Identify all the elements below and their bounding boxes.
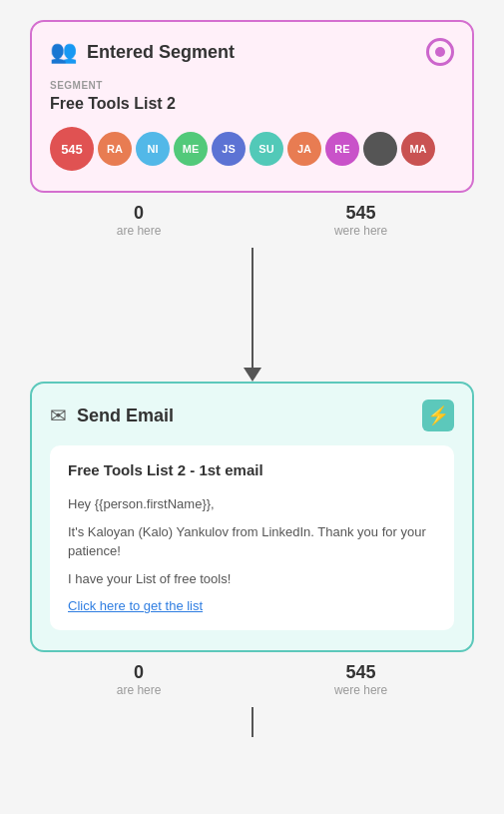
- avatar-js: JS: [212, 132, 246, 166]
- email-envelope-icon: ✉: [50, 404, 67, 427]
- avatars-row: 545 RA NI ME JS SU JA RE MA: [50, 127, 454, 171]
- email-body-line1: Hey {{person.firstName}},: [68, 494, 436, 514]
- segment-card-title: Entered Segment: [87, 42, 235, 63]
- segment-are-here-count: 0: [134, 203, 144, 224]
- people-icon: 👥: [50, 39, 77, 65]
- segment-stats-row: 0 are here 545 were here: [30, 193, 474, 244]
- email-were-here-label: were here: [334, 683, 387, 697]
- segment-card: 👥 Entered Segment SEGMENT Free Tools Lis…: [30, 20, 474, 193]
- bottom-connector-line: [252, 707, 253, 737]
- email-header-left: ✉ Send Email: [50, 404, 174, 427]
- email-card-title: Send Email: [77, 406, 174, 426]
- avatar-ra: RA: [98, 132, 132, 166]
- target-icon: [426, 38, 454, 66]
- avatar-count-badge: 545: [50, 127, 94, 171]
- segment-were-here-stat: 545 were here: [334, 203, 387, 238]
- email-were-here-stat: 545 were here: [334, 662, 387, 697]
- email-body-line2: It's Kaloyan (Kalo) Yankulov from Linked…: [68, 522, 436, 561]
- avatar-ni: NI: [136, 132, 170, 166]
- avatar-ja: JA: [287, 132, 321, 166]
- email-are-here-count: 0: [134, 662, 144, 683]
- email-are-here-stat: 0 are here: [117, 662, 162, 697]
- email-subject: Free Tools List 2 - 1st email: [68, 461, 436, 478]
- arrow-head: [244, 368, 261, 382]
- segment-name: Free Tools List 2: [50, 95, 454, 113]
- arrow-line: [252, 248, 253, 368]
- avatar-re: RE: [325, 132, 359, 166]
- lightning-button[interactable]: ⚡: [422, 400, 454, 431]
- segment-card-header: 👥 Entered Segment: [50, 38, 454, 66]
- email-link[interactable]: Click here to get the list: [68, 598, 203, 613]
- email-were-here-count: 545: [346, 662, 376, 683]
- email-are-here-label: are here: [117, 683, 162, 697]
- email-body-line3: I have your List of free tools!: [68, 569, 436, 589]
- segment-label: SEGMENT: [50, 80, 454, 91]
- segment-were-here-count: 545: [346, 203, 376, 224]
- avatar-su: SU: [250, 132, 283, 166]
- email-card-header: ✉ Send Email ⚡: [50, 400, 454, 431]
- segment-were-here-label: were here: [334, 224, 387, 238]
- segment-header-left: 👥 Entered Segment: [50, 39, 235, 65]
- segment-are-here-label: are here: [117, 224, 162, 238]
- email-card: ✉ Send Email ⚡ Free Tools List 2 - 1st e…: [30, 382, 474, 652]
- segment-are-here-stat: 0 are here: [117, 203, 162, 238]
- avatar-me: ME: [174, 132, 208, 166]
- email-content-box: Free Tools List 2 - 1st email Hey {{pers…: [50, 445, 454, 630]
- email-stats-row: 0 are here 545 were here: [30, 652, 474, 703]
- arrow-connector: [244, 244, 261, 382]
- avatar-ph: [363, 132, 397, 166]
- lightning-icon: ⚡: [427, 405, 449, 426]
- avatar-ma: MA: [401, 132, 435, 166]
